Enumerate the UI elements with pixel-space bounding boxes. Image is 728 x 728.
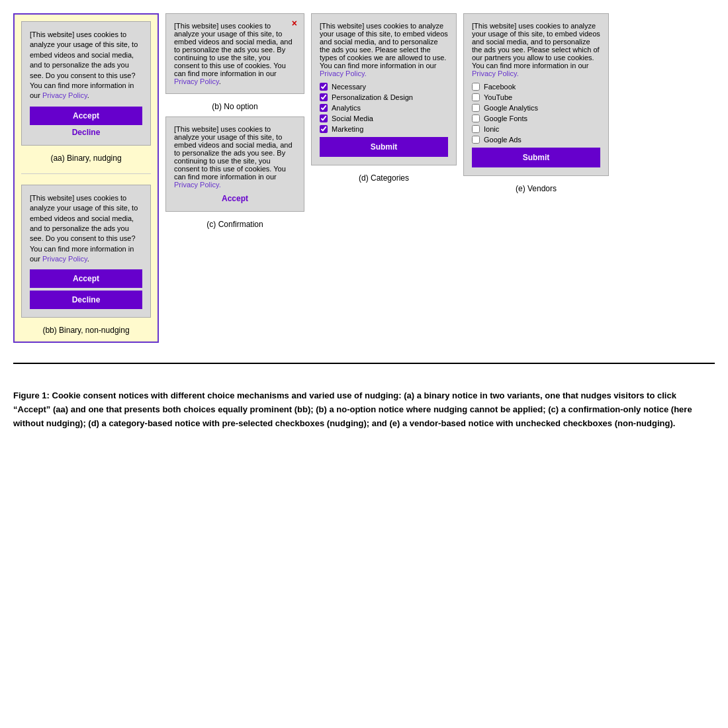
vendor-label-3: Google Fonts (484, 114, 527, 122)
vendor-item-1: YouTube (472, 93, 600, 101)
e-privacy-link[interactable]: Privacy Policy. (472, 69, 519, 77)
divider-aa-bb (21, 173, 151, 174)
category-label-3: Social Media (332, 114, 373, 122)
e-caption: (e) Vendors (463, 184, 609, 193)
c-accept-link[interactable]: Accept (174, 194, 296, 203)
category-item-1: Personalization & Design (320, 93, 448, 101)
category-checkbox-4[interactable] (320, 125, 328, 133)
vendor-item-3: Google Fonts (472, 114, 600, 122)
aa-caption: (aa) Binary, nudging (21, 154, 151, 163)
category-item-0: Necessary (320, 83, 448, 91)
main-container: [This website] uses cookies to analyze y… (13, 13, 715, 431)
vendor-checkbox-2[interactable] (472, 104, 480, 112)
aa-privacy-link[interactable]: Privacy Policy (42, 91, 87, 99)
figure-divider (13, 363, 715, 364)
category-label-2: Analytics (332, 104, 361, 112)
category-label-1: Personalization & Design (332, 93, 413, 101)
bb-privacy-link[interactable]: Privacy Policy (42, 255, 87, 263)
d-categories: NecessaryPersonalization & DesignAnalyti… (320, 83, 448, 133)
c-caption: (c) Confirmation (165, 220, 304, 229)
d-text: [This website] uses cookies to analyze y… (320, 22, 448, 77)
category-checkbox-0[interactable] (320, 83, 328, 91)
vendor-item-0: Facebook (472, 83, 600, 91)
cookie-box-aa: [This website] uses cookies to analyze y… (21, 21, 151, 146)
bb-decline-button[interactable]: Decline (30, 291, 142, 309)
vendor-checkbox-3[interactable] (472, 114, 480, 122)
vendor-item-2: Google Analytics (472, 104, 600, 112)
cookie-box-b: × [This website] uses cookies to analyze… (165, 13, 304, 94)
b-caption: (b) No option (165, 102, 304, 111)
col-d: [This website] uses cookies to analyze y… (311, 13, 457, 183)
category-item-4: Marketing (320, 125, 448, 133)
cookie-box-d: [This website] uses cookies to analyze y… (311, 13, 457, 165)
vendor-label-5: Google Ads (484, 136, 522, 144)
vendor-checkbox-4[interactable] (472, 125, 480, 133)
b-privacy-link[interactable]: Privacy Policy (174, 77, 219, 85)
vendor-checkbox-0[interactable] (472, 83, 480, 91)
vendor-label-1: YouTube (484, 93, 512, 101)
col-aa-bb: [This website] uses cookies to analyze y… (13, 13, 159, 343)
e-submit-button[interactable]: Submit (472, 148, 600, 167)
aa-text: [This website] uses cookies to analyze y… (30, 30, 142, 101)
vendor-checkbox-5[interactable] (472, 136, 480, 144)
category-checkbox-3[interactable] (320, 114, 328, 122)
cookie-box-bb: [This website] uses cookies to analyze y… (21, 185, 151, 318)
d-caption: (d) Categories (311, 173, 457, 183)
bb-text: [This website] uses cookies to analyze y… (30, 193, 142, 265)
category-item-2: Analytics (320, 104, 448, 112)
col-b: × [This website] uses cookies to analyze… (165, 13, 304, 229)
category-item-3: Social Media (320, 114, 448, 122)
category-label-0: Necessary (332, 83, 366, 91)
vendor-checkbox-1[interactable] (472, 93, 480, 101)
cookie-box-c: [This website] uses cookies to analyze y… (165, 116, 304, 212)
category-label-4: Marketing (332, 125, 363, 133)
vendor-label-0: Facebook (484, 83, 516, 91)
bb-accept-button[interactable]: Accept (30, 269, 142, 288)
vendor-item-4: Ionic (472, 125, 600, 133)
category-checkbox-2[interactable] (320, 104, 328, 112)
d-privacy-link[interactable]: Privacy Policy. (320, 69, 367, 77)
vendor-item-5: Google Ads (472, 136, 600, 144)
bb-caption: (bb) Binary, non-nudging (21, 326, 151, 335)
e-text: [This website] uses cookies to analyze y… (472, 22, 600, 77)
aa-accept-button[interactable]: Accept (30, 107, 142, 125)
close-icon[interactable]: × (292, 18, 297, 28)
d-submit-button[interactable]: Submit (320, 137, 448, 157)
vendor-label-4: Ionic (484, 125, 499, 133)
cookie-box-e: [This website] uses cookies to analyze y… (463, 13, 609, 176)
figure-caption: Figure 1: Cookie consent notices with di… (13, 389, 715, 430)
aa-decline-text[interactable]: Decline (30, 128, 142, 137)
diagrams-row: [This website] uses cookies to analyze y… (13, 13, 715, 343)
c-text: [This website] uses cookies to analyze y… (174, 125, 296, 189)
c-privacy-link[interactable]: Privacy Policy. (174, 181, 221, 189)
col-e: [This website] uses cookies to analyze y… (463, 13, 609, 193)
vendor-label-2: Google Analytics (484, 104, 538, 112)
b-text: [This website] uses cookies to analyze y… (174, 22, 296, 85)
e-vendors: FacebookYouTubeGoogle AnalyticsGoogle Fo… (472, 83, 600, 144)
category-checkbox-1[interactable] (320, 93, 328, 101)
